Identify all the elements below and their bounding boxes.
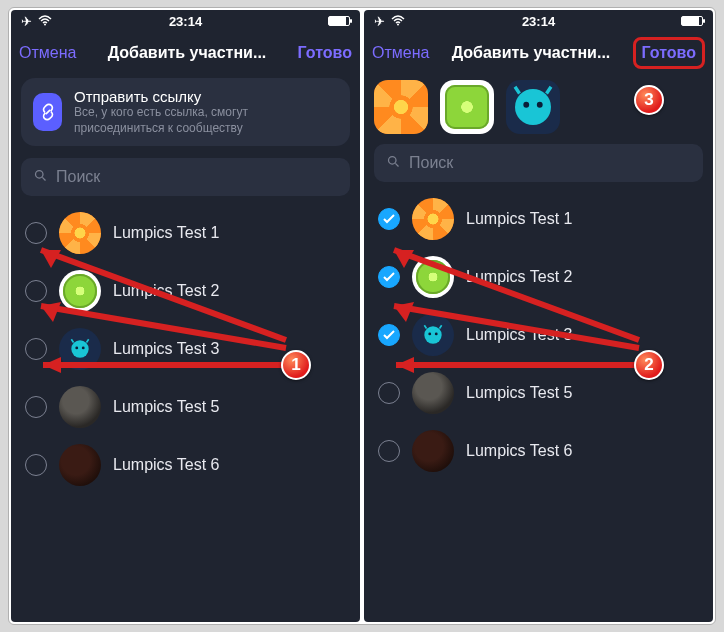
contact-label: Lumpics Test 2: [113, 282, 219, 300]
checkbox[interactable]: [378, 440, 400, 462]
svg-point-0: [44, 23, 46, 25]
checkbox[interactable]: [25, 396, 47, 418]
nav-title: Добавить участни...: [76, 44, 297, 62]
avatar: [59, 386, 101, 428]
svg-point-16: [428, 333, 431, 336]
status-bar: ✈ 23:14: [11, 10, 360, 32]
battery-icon: [681, 16, 703, 26]
selected-avatar[interactable]: [506, 80, 560, 134]
contact-row[interactable]: Lumpics Test 6: [364, 422, 713, 480]
nav-bar: Отмена Добавить участни... Готово: [364, 32, 713, 74]
contact-row[interactable]: Lumpics Test 5: [364, 364, 713, 422]
svg-point-12: [537, 102, 543, 108]
search-placeholder: Поиск: [409, 154, 453, 172]
contact-label: Lumpics Test 6: [113, 456, 219, 474]
svg-point-3: [71, 341, 88, 358]
status-bar: ✈ 23:14: [364, 10, 713, 32]
contact-row[interactable]: Lumpics Test 3: [11, 320, 360, 378]
svg-point-10: [515, 89, 551, 125]
contact-label: Lumpics Test 3: [113, 340, 219, 358]
search-icon: [386, 154, 401, 173]
avatar: [412, 256, 454, 298]
avatar: [59, 212, 101, 254]
svg-point-17: [435, 333, 438, 336]
checkbox[interactable]: [25, 222, 47, 244]
contact-label: Lumpics Test 2: [466, 268, 572, 286]
phone-right: ✈ 23:14 Отмена Добавить участни... Готов…: [364, 10, 713, 622]
svg-point-5: [82, 347, 85, 350]
link-icon: [33, 93, 62, 131]
contact-label: Lumpics Test 1: [113, 224, 219, 242]
contact-label: Lumpics Test 6: [466, 442, 572, 460]
contact-list: Lumpics Test 1 Lumpics Test 2 Lumpics Te…: [364, 190, 713, 622]
contact-list: Lumpics Test 1 Lumpics Test 2 Lumpics Te…: [11, 204, 360, 622]
battery-icon: [328, 16, 350, 26]
svg-point-13: [389, 156, 397, 164]
avatar: [59, 328, 101, 370]
checkbox[interactable]: [25, 338, 47, 360]
link-card-subtitle: Все, у кого есть ссылка, смогут присоеди…: [74, 105, 338, 136]
svg-line-2: [42, 177, 45, 180]
search-icon: [33, 168, 48, 187]
selected-avatar[interactable]: [374, 80, 428, 134]
checkbox[interactable]: [25, 280, 47, 302]
contact-row[interactable]: Lumpics Test 1: [11, 204, 360, 262]
phone-left: ✈ 23:14 Отмена Добавить участни... Готов…: [11, 10, 360, 622]
clock: 23:14: [169, 14, 202, 29]
selected-avatars: [374, 80, 703, 134]
search-input[interactable]: Поиск: [21, 158, 350, 196]
checkbox[interactable]: [378, 382, 400, 404]
search-input[interactable]: Поиск: [374, 144, 703, 182]
wifi-icon: [38, 14, 52, 29]
done-button[interactable]: Готово: [298, 44, 352, 62]
nav-title: Добавить участни...: [429, 44, 632, 62]
airplane-icon: ✈: [21, 14, 32, 29]
contact-row[interactable]: Lumpics Test 1: [364, 190, 713, 248]
contact-label: Lumpics Test 3: [466, 326, 572, 344]
avatar: [412, 372, 454, 414]
contact-row[interactable]: Lumpics Test 2: [364, 248, 713, 306]
contact-label: Lumpics Test 1: [466, 210, 572, 228]
avatar: [59, 444, 101, 486]
airplane-icon: ✈: [374, 14, 385, 29]
svg-point-9: [397, 23, 399, 25]
checkbox[interactable]: [378, 266, 400, 288]
checkbox[interactable]: [378, 208, 400, 230]
contact-row[interactable]: Lumpics Test 5: [11, 378, 360, 436]
clock: 23:14: [522, 14, 555, 29]
avatar: [59, 270, 101, 312]
selected-avatar[interactable]: [440, 80, 494, 134]
send-link-card[interactable]: Отправить ссылку Все, у кого есть ссылка…: [21, 78, 350, 146]
contact-label: Lumpics Test 5: [113, 398, 219, 416]
nav-bar: Отмена Добавить участни... Готово: [11, 32, 360, 74]
svg-point-15: [424, 326, 441, 343]
svg-point-4: [75, 347, 78, 350]
svg-line-14: [395, 163, 398, 166]
contact-row[interactable]: Lumpics Test 6: [11, 436, 360, 494]
cancel-button[interactable]: Отмена: [19, 44, 76, 62]
search-placeholder: Поиск: [56, 168, 100, 186]
cancel-button[interactable]: Отмена: [372, 44, 429, 62]
contact-label: Lumpics Test 5: [466, 384, 572, 402]
wifi-icon: [391, 14, 405, 29]
checkbox[interactable]: [378, 324, 400, 346]
link-card-title: Отправить ссылку: [74, 88, 338, 105]
comparison-frame: ✈ 23:14 Отмена Добавить участни... Готов…: [8, 7, 716, 625]
checkbox[interactable]: [25, 454, 47, 476]
done-button[interactable]: Готово: [633, 37, 705, 69]
avatar: [412, 198, 454, 240]
svg-point-11: [523, 102, 529, 108]
avatar: [412, 314, 454, 356]
contact-row[interactable]: Lumpics Test 2: [11, 262, 360, 320]
avatar: [412, 430, 454, 472]
contact-row[interactable]: Lumpics Test 3: [364, 306, 713, 364]
svg-point-1: [36, 170, 44, 178]
